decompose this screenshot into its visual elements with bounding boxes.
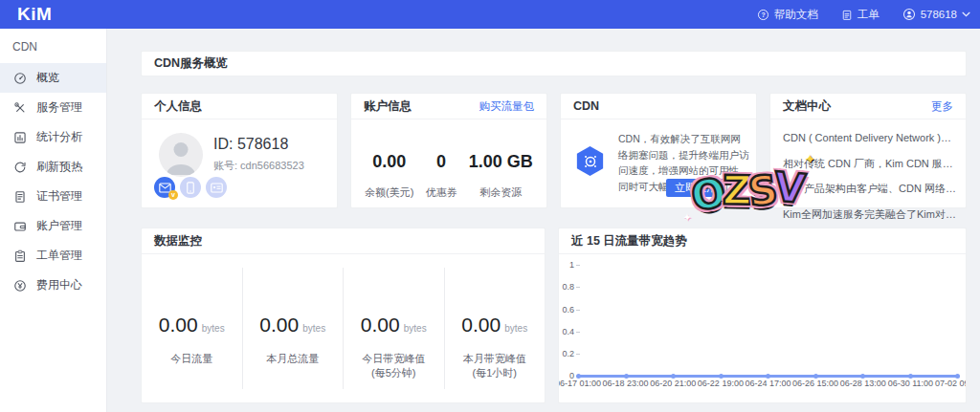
- sidebar-item-label: 服务管理: [36, 99, 82, 116]
- phone-icon[interactable]: [180, 177, 201, 198]
- cdn-product-card: CDN CDN，有效解决了互联网网络拥塞问题，提升终端用户访问速度，增强网站的可…: [560, 93, 757, 208]
- y-tick: 1: [559, 260, 574, 270]
- docs-card-title: 文档中心: [783, 98, 831, 115]
- month-peak-unit: bytes: [504, 323, 527, 334]
- chevron-down-icon: [962, 11, 970, 17]
- help-docs-button[interactable]: ? 帮助文档: [757, 8, 818, 22]
- personal-account-number: 账号: cdn56683523: [213, 159, 304, 173]
- account-info-title: 账户信息: [364, 98, 412, 115]
- app-root: KiM ? 帮助文档 工单 578618: [0, 0, 980, 412]
- doc-link-3[interactable]: 整个产品架构由客户端、CDN 网络、企业源站、...: [783, 176, 956, 202]
- docs-more-link[interactable]: 更多: [931, 99, 953, 114]
- balance-label: 余额(美元): [365, 185, 413, 200]
- cdn-card-header: CDN: [561, 94, 756, 119]
- refresh-icon: [13, 161, 27, 174]
- docs-list: CDN ( Content Delivery Network )，也即内容分发 …: [783, 125, 956, 227]
- sidebar-item-refresh-prewarm[interactable]: 刷新预热: [0, 152, 106, 182]
- svg-text:?: ?: [761, 11, 765, 17]
- doc-link-1[interactable]: CDN ( Content Delivery Network )，也即内容分发 …: [783, 125, 956, 151]
- trend-chart-header: 近 15 日流量带宽趋势: [559, 228, 966, 254]
- account-stats: 0.00 余额(美元) 0 优惠券 1.00 GB 剩余资源: [351, 119, 546, 207]
- coupon-value: 0: [426, 152, 457, 172]
- y-tick: 0.4: [559, 327, 574, 336]
- bar-chart-icon: [13, 131, 27, 144]
- today-traffic-label: 今日流量: [142, 352, 242, 366]
- month-traffic-label: 本月总流量: [243, 352, 344, 366]
- today-traffic-unit: bytes: [202, 323, 225, 334]
- certificate-icon: [13, 190, 27, 204]
- today-bandwidth-peak-stat: 0.00bytes 今日带宽峰值 (每5分钟): [343, 268, 444, 389]
- verification-icons: v: [154, 177, 227, 198]
- sidebar-item-account-mgmt[interactable]: 账户管理: [0, 211, 106, 241]
- today-peak-label: 今日带宽峰值: [344, 352, 444, 366]
- sidebar-item-label: 刷新预热: [36, 159, 82, 175]
- coupon-label: 优惠券: [426, 185, 457, 200]
- sidebar-item-label: 概览: [36, 70, 59, 86]
- sidebar-item-label: 工单管理: [36, 248, 82, 264]
- avatar: [159, 133, 203, 177]
- clipboard-icon: [13, 249, 27, 263]
- top-header: KiM ? 帮助文档 工单 578618: [0, 0, 980, 29]
- wallet-icon: [13, 220, 27, 233]
- sidebar-item-label: 费用中心: [36, 277, 82, 293]
- verified-badge-icon: v: [168, 190, 178, 200]
- today-traffic-value: 0.00: [159, 314, 198, 336]
- doc-link-4[interactable]: Kim全网加速服务完美融合了Kim对象存储和 CDN ...: [783, 202, 956, 228]
- cdn-card-title: CDN: [573, 99, 599, 113]
- docs-card-header: 文档中心 更多: [770, 94, 966, 119]
- y-tick: 0.8: [559, 282, 574, 292]
- tools-icon: [13, 101, 27, 115]
- sidebar-item-overview[interactable]: 概览: [0, 63, 106, 93]
- help-icon: ?: [757, 9, 769, 21]
- month-traffic-value: 0.00: [259, 314, 299, 336]
- sidebar-item-certificate-mgmt[interactable]: 证书管理: [0, 182, 106, 211]
- month-traffic-unit: bytes: [302, 323, 325, 334]
- sparkle-icon: ✦: [682, 211, 689, 224]
- trend-chart-title: 近 15 日流量带宽趋势: [571, 233, 687, 249]
- data-monitor-title: 数据监控: [154, 233, 202, 249]
- doc-link-2[interactable]: 相对传统 CDN 厂商，Kim CDN 服务完全实现全自...: [783, 151, 956, 177]
- balance-value: 0.00: [365, 152, 413, 172]
- sidebar-item-billing-center[interactable]: 费用中心: [0, 271, 106, 300]
- today-traffic-stat: 0.00bytes 今日流量: [142, 268, 242, 389]
- sidebar-item-statistics[interactable]: 统计分析: [0, 122, 106, 152]
- header-actions: ? 帮助文档 工单 578618: [757, 0, 970, 29]
- docs-center-card: 文档中心 更多 CDN ( Content Delivery Network )…: [769, 93, 967, 208]
- data-monitor-header: 数据监控: [142, 228, 545, 254]
- help-label: 帮助文档: [774, 8, 818, 22]
- ticket-button[interactable]: 工单: [841, 8, 880, 22]
- data-monitor-card: 数据监控 0.00bytes 今日流量 0.00bytes 本月总流量 0.00…: [141, 228, 546, 403]
- x-tick: 07-02 09:00: [928, 379, 966, 388]
- use-now-button[interactable]: 立即使用: [666, 179, 725, 197]
- y-tick: 0.6: [559, 305, 574, 314]
- buy-traffic-package-link[interactable]: 购买流量包: [479, 99, 535, 114]
- ticket-icon: [841, 9, 853, 21]
- bandwidth-trend-card: 近 15 日流量带宽趋势 1 0.8 0.6 0.4 0.2 0 06-17 0…: [558, 228, 967, 403]
- month-peak-sublabel: (每1小时): [445, 366, 546, 380]
- today-peak-unit: bytes: [404, 323, 427, 334]
- personal-user-id: ID: 578618: [213, 136, 288, 153]
- user-menu[interactable]: 578618: [902, 8, 970, 21]
- trend-chart: 1 0.8 0.6 0.4 0.2 0 06-17 01:00 06-18 23…: [559, 254, 966, 402]
- account-info-header: 账户信息 购买流量包: [351, 94, 546, 119]
- remaining-resource-label: 剩余资源: [469, 185, 533, 200]
- month-peak-label: 本月带宽峰值: [445, 352, 546, 366]
- sidebar-item-label: 账户管理: [36, 218, 82, 234]
- month-traffic-stat: 0.00bytes 本月总流量: [242, 268, 344, 389]
- sidebar-item-label: 统计分析: [36, 129, 82, 145]
- sidebar: CDN 概览 服务管理 统计分析 刷新预热 证书管理 账户管理 工单管理: [0, 29, 107, 412]
- coupon-stat: 0 优惠券: [426, 152, 457, 200]
- sidebar-item-service-mgmt[interactable]: 服务管理: [0, 93, 106, 122]
- user-avatar-icon: [902, 8, 916, 21]
- mail-verified-icon[interactable]: v: [154, 177, 175, 198]
- y-tick: 0.2: [559, 349, 574, 358]
- balance-stat: 0.00 余额(美元): [365, 152, 413, 200]
- remaining-resource-stat: 1.00 GB 剩余资源: [469, 152, 533, 200]
- id-card-icon[interactable]: [206, 177, 227, 198]
- cdn-hexagon-icon: [575, 146, 605, 176]
- sidebar-item-ticket-mgmt[interactable]: 工单管理: [0, 241, 106, 271]
- remaining-resource-value: 1.00 GB: [469, 152, 533, 172]
- user-id-label: 578618: [921, 9, 957, 20]
- ticket-label: 工单: [858, 8, 880, 22]
- month-bandwidth-peak-stat: 0.00bytes 本月带宽峰值 (每1小时): [444, 268, 546, 389]
